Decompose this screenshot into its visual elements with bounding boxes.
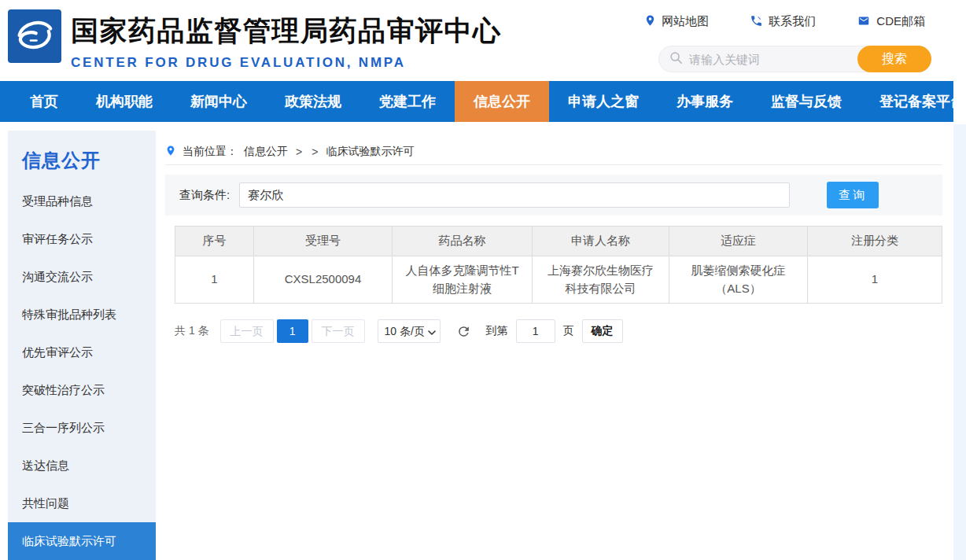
breadcrumb-separator: >	[296, 146, 302, 158]
sidebar-item-three-in-one[interactable]: 三合一序列公示	[8, 409, 156, 447]
page: 国家药品监督管理局药品审评中心 CENTER FOR DRUG EVALUATI…	[0, 0, 966, 560]
scrollbar-rail[interactable]	[953, 124, 966, 560]
cell-registration-class: 1	[808, 256, 942, 304]
sidebar-item-review-tasks[interactable]: 审评任务公示	[8, 220, 156, 258]
cell-seq: 1	[175, 256, 254, 304]
nav-item-supervision-feedback[interactable]: 监督与反馈	[752, 81, 861, 122]
sidebar-item-accepted-varieties[interactable]: 受理品种信息	[8, 182, 156, 220]
col-header-acceptance-no: 受理号	[254, 227, 393, 256]
breadcrumb: 当前位置：信息公开 > > 临床试验默示许可	[165, 131, 942, 165]
col-header-applicant: 申请人名称	[533, 227, 669, 256]
link-cde-mail-label: CDE邮箱	[876, 14, 925, 29]
sidebar-item-communication[interactable]: 沟通交流公示	[8, 258, 156, 296]
page-number-1[interactable]: 1	[277, 319, 308, 343]
prev-page-button[interactable]: 上一页	[220, 319, 274, 343]
goto-page-label: 到第	[486, 324, 508, 338]
site-header: 国家药品监督管理局药品审评中心 CENTER FOR DRUG EVALUATI…	[0, 0, 953, 81]
goto-page-unit: 页	[563, 324, 574, 338]
search-icon	[669, 51, 683, 68]
sidebar-item-priority-review[interactable]: 优先审评公示	[8, 333, 156, 371]
link-cde-mail[interactable]: CDE邮箱	[857, 14, 925, 29]
nav-item-party-building[interactable]: 党建工作	[360, 81, 455, 122]
sidebar-item-breakthrough-therapy[interactable]: 突破性治疗公示	[8, 371, 156, 409]
link-contact-label: 联系我们	[769, 14, 816, 29]
site-search: 搜索	[658, 46, 931, 72]
nav-item-services[interactable]: 办事服务	[658, 81, 752, 122]
cell-acceptance-no: CXSL2500094	[254, 256, 393, 304]
nav-item-registration-platform[interactable]: 登记备案平台	[861, 81, 966, 122]
nav-item-news[interactable]: 新闻中心	[171, 81, 266, 122]
table-row: 1 CXSL2500094 人自体多克隆调节性T细胞注射液 上海赛尔欣生物医疗科…	[175, 256, 942, 304]
site-title-cn: 国家药品监督管理局药品审评中心	[71, 13, 502, 50]
sidebar-title: 信息公开	[22, 148, 156, 173]
nav-item-functions[interactable]: 机构职能	[77, 81, 171, 122]
breadcrumb-section[interactable]: 信息公开	[244, 145, 288, 159]
page-size-select-wrap: 10 条/页	[378, 319, 441, 343]
page-size-select[interactable]: 10 条/页	[378, 319, 441, 343]
query-input[interactable]	[239, 182, 790, 208]
cde-logo-swirl-icon	[13, 13, 56, 59]
nav-item-home[interactable]: 首页	[11, 81, 77, 122]
cell-indication: 肌萎缩侧索硬化症（ALS）	[669, 256, 808, 304]
table-header-row: 序号 受理号 药品名称 申请人名称 适应症 注册分类	[175, 227, 942, 256]
query-label: 查询条件:	[179, 188, 230, 203]
pagination-total: 共 1 条	[175, 324, 209, 338]
results-table: 序号 受理号 药品名称 申请人名称 适应症 注册分类 1 CXSL2500094…	[175, 226, 942, 304]
site-title-en: CENTER FOR DRUG EVALUATION, NMPA	[71, 55, 502, 71]
site-search-button[interactable]: 搜索	[857, 46, 931, 72]
mail-icon	[857, 15, 871, 29]
query-button[interactable]: 查询	[827, 182, 879, 208]
site-search-input[interactable]	[689, 53, 857, 66]
link-sitemap-label: 网站地图	[662, 14, 709, 29]
sidebar-item-delivery-info[interactable]: 送达信息	[8, 447, 156, 484]
location-pin-icon	[644, 13, 656, 30]
sidebar: 信息公开 受理品种信息 审评任务公示 沟通交流公示 特殊审批品种列表 优先审评公…	[8, 131, 156, 560]
sidebar-item-special-approval[interactable]: 特殊审批品种列表	[8, 296, 156, 333]
sidebar-item-clinical-trial-implied-license[interactable]: 临床试验默示许可	[8, 522, 156, 560]
nav-item-info-disclosure[interactable]: 信息公开	[455, 81, 549, 122]
phone-icon	[750, 14, 763, 30]
col-header-registration-class: 注册分类	[808, 227, 942, 256]
query-panel: 查询条件: 查询	[165, 175, 942, 216]
site-titles: 国家药品监督管理局药品审评中心 CENTER FOR DRUG EVALUATI…	[71, 13, 502, 71]
nav-item-policies[interactable]: 政策法规	[266, 81, 360, 122]
link-sitemap[interactable]: 网站地图	[644, 13, 709, 30]
cell-drug-name: 人自体多克隆调节性T细胞注射液	[393, 256, 533, 304]
col-header-indication: 适应症	[669, 227, 808, 256]
header-utility-links: 网站地图 联系我们 CDE邮箱	[644, 13, 925, 30]
next-page-button[interactable]: 下一页	[312, 319, 365, 343]
sidebar-item-common-issues[interactable]: 共性问题	[8, 484, 156, 522]
goto-confirm-button[interactable]: 确定	[582, 319, 623, 343]
refresh-icon[interactable]	[456, 323, 472, 339]
breadcrumb-pin-icon	[165, 144, 176, 160]
main-nav: 首页 机构职能 新闻中心 政策法规 党建工作 信息公开 申请人之窗 办事服务 监…	[0, 81, 953, 122]
pagination: 共 1 条 上一页 1 下一页 10 条/页 到第 页 确定	[175, 319, 942, 343]
cell-applicant: 上海赛尔欣生物医疗科技有限公司	[533, 256, 669, 304]
main-content: 当前位置：信息公开 > > 临床试验默示许可 查询条件: 查询 序号 受理号 药…	[165, 131, 942, 343]
breadcrumb-current: 临床试验默示许可	[326, 145, 414, 159]
cde-logo	[8, 9, 61, 63]
col-header-drug-name: 药品名称	[393, 227, 533, 256]
breadcrumb-label: 当前位置：	[183, 145, 238, 159]
nav-item-applicant-window[interactable]: 申请人之窗	[549, 81, 658, 122]
breadcrumb-separator: >	[312, 146, 318, 158]
link-contact[interactable]: 联系我们	[750, 14, 816, 30]
col-header-seq: 序号	[175, 227, 254, 256]
goto-page-input[interactable]	[516, 319, 555, 343]
